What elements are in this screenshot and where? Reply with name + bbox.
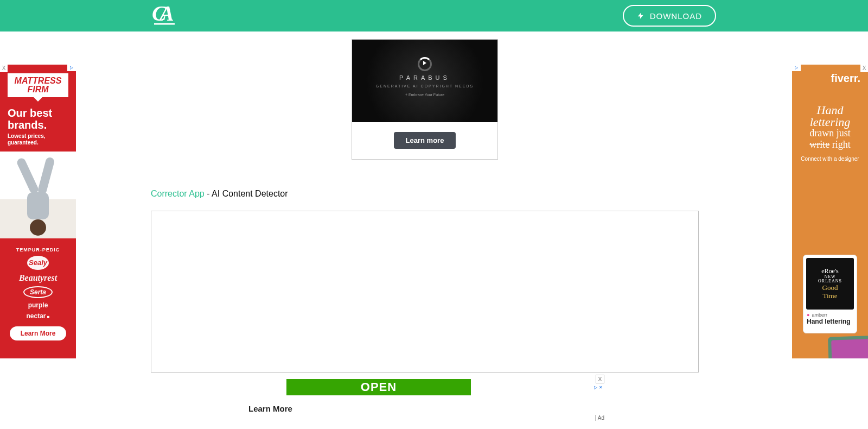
ad-brand-list: TEMPUR-PEDIC Sealy Beautyrest Serta purp… xyxy=(0,238,76,320)
adchoices-icon[interactable]: ▷ ✕ xyxy=(592,384,604,391)
ad-close-button[interactable]: X xyxy=(860,65,868,72)
ad-sample-card[interactable]: eRoe's NEW ORLEANS Good Time amberr Hand… xyxy=(803,255,857,333)
ad-close-button[interactable]: X xyxy=(596,375,604,383)
ad-photo xyxy=(0,152,76,238)
ad-background-card: Hand lettering xyxy=(828,335,868,358)
ad-subtitle-2: + Embrace Your Future xyxy=(352,93,497,97)
bolt-icon xyxy=(637,12,644,20)
ad-close-button[interactable]: X xyxy=(0,65,8,72)
ad-brand-text: PARABUS xyxy=(352,74,497,81)
fiverr-logo: fiverr xyxy=(792,65,868,85)
adchoices-icon[interactable]: ▷ xyxy=(792,65,801,71)
ca-logo-icon: C A xyxy=(152,2,177,26)
mattress-firm-logo: MATTRESS FIRM xyxy=(8,73,68,97)
content-input[interactable] xyxy=(151,211,699,373)
left-sidebar-ad[interactable]: X ▷ MATTRESS FIRM Our best brands. Lowes… xyxy=(0,65,76,358)
site-logo[interactable]: C A xyxy=(152,2,177,30)
download-button[interactable]: DOWNLOAD xyxy=(623,5,716,27)
ad-headline: Our best brands. xyxy=(0,103,76,133)
svg-text:A: A xyxy=(158,2,174,26)
ad-subtitle: GENERATIVE AI COPYRIGHT NEEDS xyxy=(352,84,497,88)
ad-learn-more-text[interactable]: Learn More xyxy=(248,404,601,413)
breadcrumb-current: AI Content Detector xyxy=(212,189,288,198)
top-banner-ad[interactable]: ▷ ✕ PARABUS GENERATIVE AI COPYRIGHT NEED… xyxy=(352,39,498,160)
ad-label: Ad xyxy=(595,415,604,421)
breadcrumb-home-link[interactable]: Corrector App xyxy=(151,189,205,198)
ad-card-title: Hand lettering xyxy=(803,318,857,325)
bottom-banner-ad[interactable]: X ▷ ✕ OPEN Learn More Ad xyxy=(248,379,601,413)
ad-learn-more-button[interactable]: Learn more xyxy=(394,132,456,149)
ad-subhead: Lowest prices, guaranteed. xyxy=(0,133,76,146)
ad-card-art: eRoe's NEW ORLEANS Good Time xyxy=(806,258,854,310)
breadcrumb: Corrector App - AI Content Detector xyxy=(151,189,288,199)
ad-copy: Hand lettering drawn just write right xyxy=(792,85,868,150)
breadcrumb-separator: - xyxy=(205,189,212,198)
site-header: C A DOWNLOAD xyxy=(0,0,868,31)
ad-open-button[interactable]: OPEN xyxy=(286,379,471,395)
adchoices-icon[interactable]: ▷ xyxy=(67,65,76,71)
loading-spinner-icon xyxy=(418,57,432,71)
right-sidebar-ad[interactable]: ▷ X fiverr Hand lettering drawn just wri… xyxy=(792,65,868,358)
download-label: DOWNLOAD xyxy=(650,11,702,21)
ad-connect-text: Connect with a designer xyxy=(792,156,868,162)
ad-card-user: amberr xyxy=(803,312,857,318)
ad-video-placeholder[interactable]: PARABUS GENERATIVE AI COPYRIGHT NEEDS + … xyxy=(352,40,497,122)
ad-learn-more-button[interactable]: Learn More xyxy=(10,326,67,340)
